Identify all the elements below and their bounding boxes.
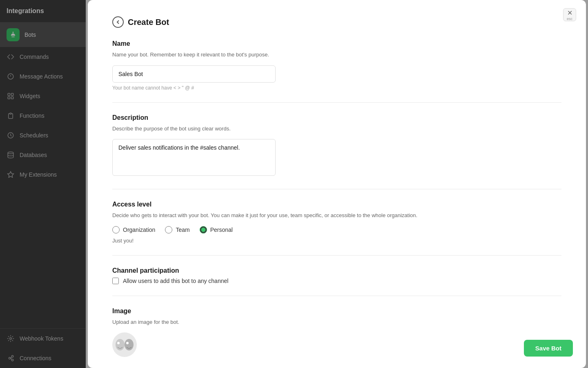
create-bot-panel: Create Bot ✕ esc Name Name your bot. Rem…	[88, 0, 586, 368]
access-level-desc: Decide who gets to interact with your bo…	[112, 211, 561, 220]
radio-option-team[interactable]: Team	[165, 226, 189, 233]
bot-description-textarea[interactable]: Deliver sales notifications in the #sale…	[112, 139, 276, 176]
image-section-title: Image	[112, 307, 561, 315]
divider-1	[112, 102, 561, 103]
image-section: Image Upload an image for the bot.	[112, 307, 561, 357]
divider-4	[112, 296, 561, 296]
divider-2	[112, 189, 561, 189]
close-icon: ✕	[567, 9, 572, 17]
app-container: Integrations Bots Commands	[0, 0, 588, 368]
name-input-hint: Your bot name cannot have < > " @ #	[112, 85, 561, 91]
svg-point-12	[116, 339, 125, 350]
esc-label: esc	[567, 17, 572, 21]
access-level-title: Access level	[112, 201, 561, 208]
radio-personal-label: Personal	[210, 227, 233, 233]
svg-point-13	[125, 339, 134, 350]
name-section: Name Name your bot. Remember to keep it …	[112, 40, 561, 91]
name-section-title: Name	[112, 40, 561, 47]
main-overlay: Create Bot ✕ esc Name Name your bot. Rem…	[0, 0, 588, 368]
radio-option-organization[interactable]: Organization	[112, 226, 155, 233]
bot-avatar-svg	[114, 337, 135, 353]
channel-participation-title: Channel participation	[112, 267, 561, 274]
channel-participation-checkbox-row: Allow users to add this bot to any chann…	[112, 278, 561, 284]
name-section-desc: Name your bot. Remember to keep it relev…	[112, 51, 561, 59]
access-level-radio-group: Organization Team Personal	[112, 226, 561, 233]
svg-point-15	[126, 342, 129, 344]
divider-3	[112, 255, 561, 256]
panel-header: Create Bot	[112, 16, 561, 28]
bot-avatar[interactable]	[112, 332, 137, 357]
radio-team-label: Team	[176, 227, 189, 233]
channel-participation-checkbox[interactable]	[112, 278, 119, 284]
description-section-desc: Describe the purpose of the bot using cl…	[112, 125, 561, 133]
radio-organization[interactable]	[112, 226, 120, 233]
save-bot-button[interactable]: Save Bot	[524, 340, 573, 357]
access-level-hint: Just you!	[112, 238, 561, 244]
panel-title: Create Bot	[128, 18, 169, 27]
description-section: Description Describe the purpose of the …	[112, 114, 561, 178]
radio-team[interactable]	[165, 226, 172, 233]
channel-participation-label: Allow users to add this bot to any chann…	[123, 278, 228, 284]
radio-organization-label: Organization	[123, 227, 155, 233]
channel-participation-section: Channel participation Allow users to add…	[112, 267, 561, 284]
access-level-section: Access level Decide who gets to interact…	[112, 201, 561, 244]
bot-name-input[interactable]	[112, 65, 276, 83]
description-section-title: Description	[112, 114, 561, 121]
radio-personal[interactable]	[200, 226, 207, 233]
close-button[interactable]: ✕ esc	[563, 8, 576, 21]
svg-point-14	[117, 342, 120, 344]
radio-option-personal[interactable]: Personal	[200, 226, 233, 233]
back-button[interactable]	[112, 16, 124, 28]
image-section-desc: Upload an image for the bot.	[112, 318, 561, 326]
